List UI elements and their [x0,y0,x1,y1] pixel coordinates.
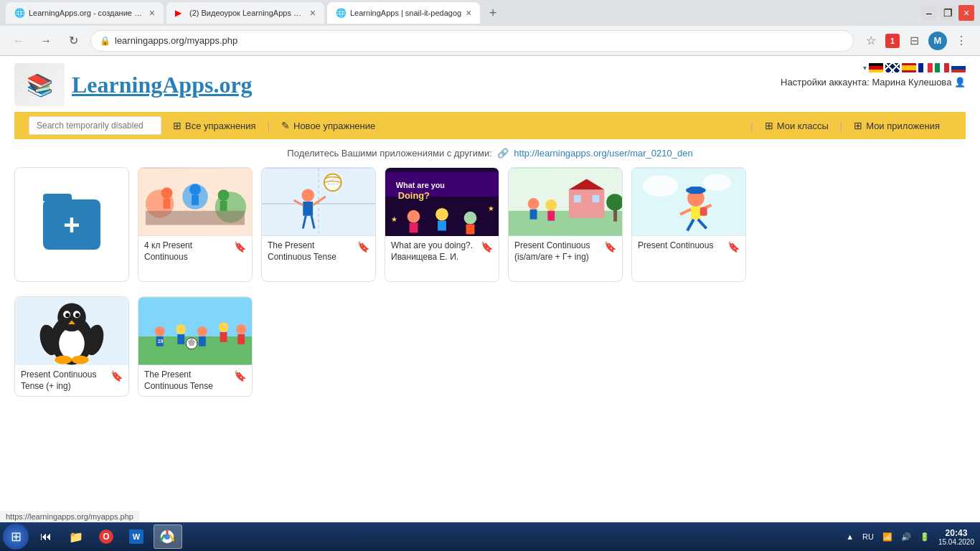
svg-text:★: ★ [391,215,397,223]
tab-2-close[interactable]: × [310,8,316,18]
app-card-4kl[interactable]: 4 кл PresentContinuous 🔖 [138,167,253,282]
svg-rect-30 [438,221,446,231]
app-thumbnail-wd: What are you Doing? ★ ★ [385,168,499,236]
media-icon: ⏮ [39,529,53,544]
clock-time: 20:43 [938,528,974,538]
menu-icon[interactable]: ⋮ [951,31,971,51]
app-card-present-continuous-5[interactable]: Present Continuous 🔖 [631,167,746,282]
svg-rect-44 [547,211,555,221]
svg-point-81 [219,322,229,332]
address-bar: ← → ↻ 🔒 learningapps.org/myapps.php ☆ 1 … [0,26,980,56]
search-input[interactable] [29,116,161,135]
app-info-pc5: Present Continuous 🔖 [632,236,745,257]
nav-new-exercise[interactable]: ✎ Новое упражнение [270,112,387,139]
tab-2[interactable]: ▶ (2) Видеоурок LearningApps Co... × [166,2,324,24]
taskbar-btn-chrome[interactable] [154,524,182,549]
share-text: Поделитесь Вашими приложениями с другими… [287,148,492,159]
flag-russian[interactable] [951,63,966,72]
share-bar: Поделитесь Вашими приложениями с другими… [0,139,980,167]
tab-3-close[interactable]: × [466,8,471,18]
title-bar: 🌐 LearningApps.org - создание м... × ▶ (… [0,0,980,26]
app-card-is-am-are[interactable]: Present Continuous(is/am/are + Г+ ing) 🔖 [508,167,623,282]
flag-french[interactable] [918,63,933,72]
url-text: learningapps.org/myapps.php [115,35,844,46]
app-card-what-doing[interactable]: What are you Doing? ★ ★ [385,167,499,282]
svg-rect-36 [509,211,622,236]
back-button[interactable]: ← [9,31,29,51]
svg-point-5 [161,187,173,199]
app-title-iaa: Present Continuous(is/am/are + Г+ ing) [514,240,601,263]
nav-bar: ⊞ Все упражнения | ✎ Новое упражнение | … [14,112,966,139]
svg-text:★: ★ [488,204,494,212]
account-icon: 👤 [954,77,966,88]
bookmark-icon-penguin[interactable]: 🔖 [110,370,123,382]
tray-expand[interactable]: ▲ [843,531,857,542]
cast-icon[interactable]: ⊟ [904,31,924,51]
clock-date: 15.04.2020 [938,538,974,546]
svg-rect-42 [530,209,537,220]
start-button[interactable]: ⊞ [3,524,29,550]
minimize-button[interactable]: – [921,5,937,21]
app-card-penguin[interactable]: Present ContinuousTense (+ ing) 🔖 [14,296,129,397]
svg-point-31 [464,212,477,225]
app-thumbnail-soccer: 19 [138,297,252,365]
app-title-4kl: 4 кл PresentContinuous [144,240,231,263]
taskbar-btn-word[interactable]: W [123,524,152,549]
svg-rect-80 [199,336,206,347]
flag-english[interactable] [885,63,900,72]
bookmark-icon-wd[interactable]: 🔖 [481,241,493,253]
bookmark-icon-4kl[interactable]: 🔖 [234,241,246,253]
tray-lang[interactable]: RU [859,531,877,542]
reload-button[interactable]: ↻ [63,31,83,51]
app-card-present-continuous-tense[interactable]: The PresentContinuous Tense 🔖 [261,167,376,282]
taskbar-btn-opera[interactable]: O [93,524,122,549]
tab-1-close[interactable]: × [149,8,155,18]
status-bar: https://learningapps.org/myapps.php [0,511,139,522]
nav-my-classes[interactable]: ⊞ Мои классы [753,112,840,139]
bookmark-icon-pct[interactable]: 🔖 [357,241,369,253]
new-tab-button[interactable]: + [483,3,503,23]
nav-my-apps[interactable]: ⊞ Мои приложения [842,112,951,139]
chrome-icon [160,529,174,544]
add-app-card[interactable]: + [14,167,129,282]
account-info: Настройки аккаунта: Марина Кулешова 👤 [781,77,966,88]
svg-rect-6 [164,199,171,209]
window-controls: – ❐ × [921,5,974,21]
forward-button[interactable]: → [36,31,56,51]
flag-spanish[interactable] [902,63,916,72]
logo-text[interactable]: LearningApps.org [72,72,253,98]
bookmark-star-icon[interactable]: ☆ [861,31,881,51]
app-grid: + [0,167,980,296]
svg-rect-28 [410,223,418,233]
svg-rect-16 [303,202,313,216]
profile-avatar[interactable]: M [928,32,947,50]
flag-italian[interactable] [935,63,949,72]
bookmark-icon-iaa[interactable]: 🔖 [604,241,616,253]
tab-1[interactable]: 🌐 LearningApps.org - создание м... × [6,2,164,24]
svg-rect-37 [569,189,604,218]
taskbar-btn-media[interactable]: ⏮ [33,524,62,549]
share-link[interactable]: http://learningapps.org/user/mar_0210_de… [514,148,692,159]
svg-point-88 [164,534,170,540]
clock: 20:43 15.04.2020 [936,527,977,547]
bookmark-icon-pc5[interactable]: 🔖 [727,241,740,253]
maximize-button[interactable]: ❐ [940,5,956,21]
flag-german[interactable] [869,63,883,72]
app-info-soccer: The PresentContinuous Tense 🔖 [138,365,252,396]
svg-rect-8 [192,195,199,205]
tab-1-label: LearningApps.org - создание м... [29,9,145,17]
svg-point-79 [197,326,207,336]
taskbar-btn-explorer[interactable]: 📁 [63,524,92,549]
svg-rect-53 [691,207,701,220]
url-bar[interactable]: 🔒 learningapps.org/myapps.php [90,30,854,52]
account-name[interactable]: Марина Кулешова [872,77,951,88]
extension-icon[interactable]: 1 [885,34,900,48]
nav-all-exercises[interactable]: ⊞ Все упражнения [161,112,268,139]
close-button[interactable]: × [958,5,974,21]
svg-point-62 [57,303,86,331]
tray-volume[interactable]: 🔊 [898,531,914,543]
bookmark-icon-soccer[interactable]: 🔖 [234,370,246,382]
app-card-soccer[interactable]: 19 The PresentContinuous Tense 🔖 [138,296,253,397]
tab-3[interactable]: 🌐 LearningApps | snail-it-pedagog × [327,2,480,24]
flag-dropdown-arrow[interactable]: ▾ [863,64,867,72]
